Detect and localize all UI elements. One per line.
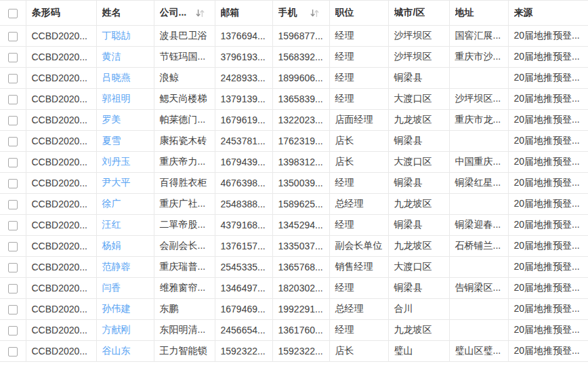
name-link[interactable]: 谷山东 bbox=[102, 345, 131, 356]
row-checkbox[interactable] bbox=[8, 74, 18, 83]
name-link[interactable]: 尹大平 bbox=[102, 177, 131, 188]
phone-cell: 1589625... bbox=[272, 194, 329, 215]
sort-arrows-icon[interactable] bbox=[195, 8, 205, 18]
city-cell: 九龙坡区 bbox=[388, 194, 449, 215]
address-cell: 国窖汇展... bbox=[449, 26, 508, 47]
column-header-phone[interactable]: 手机 bbox=[272, 1, 329, 26]
row-checkbox[interactable] bbox=[8, 326, 18, 336]
name-link[interactable]: 郭祖明 bbox=[102, 93, 131, 104]
email-cell: 4676398... bbox=[215, 173, 272, 194]
email-cell: 1376694... bbox=[215, 26, 272, 47]
contacts-table-page: 条形码姓名公司...邮箱手机职位城市/区地址来源 CCBD2020...丁聪劼波… bbox=[0, 0, 588, 366]
email-cell: 1679439... bbox=[215, 152, 272, 173]
column-header-source: 来源 bbox=[508, 1, 588, 26]
phone-cell: 1365839... bbox=[272, 89, 329, 110]
column-header-select[interactable] bbox=[0, 1, 26, 26]
row-checkbox[interactable] bbox=[8, 263, 18, 272]
barcode-cell: CCBD2020... bbox=[26, 173, 96, 194]
name-link[interactable]: 范静蓉 bbox=[102, 261, 131, 272]
source-cell: 20届地推预登... bbox=[508, 236, 588, 257]
row-select-cell bbox=[0, 278, 26, 299]
city-cell: 铜梁县 bbox=[388, 215, 449, 236]
name-link[interactable]: 夏雪 bbox=[102, 135, 121, 146]
row-checkbox[interactable] bbox=[8, 137, 18, 146]
address-cell bbox=[449, 299, 508, 320]
row-checkbox[interactable] bbox=[8, 347, 18, 357]
name-link[interactable]: 方献刚 bbox=[102, 324, 131, 335]
column-label-address: 地址 bbox=[455, 7, 474, 19]
address-cell: 铜梁迎春... bbox=[449, 215, 508, 236]
city-cell: 沙坪坝区 bbox=[388, 47, 449, 68]
phone-cell: 1398312... bbox=[272, 152, 329, 173]
address-cell: 沙坪坝区... bbox=[449, 89, 508, 110]
city-cell: 大渡口区 bbox=[388, 257, 449, 278]
column-label-name: 姓名 bbox=[102, 7, 121, 19]
row-checkbox[interactable] bbox=[8, 305, 18, 314]
position-cell: 店长 bbox=[329, 131, 388, 152]
row-checkbox[interactable] bbox=[8, 242, 18, 251]
row-checkbox[interactable] bbox=[8, 32, 18, 41]
name-link[interactable]: 汪红 bbox=[102, 219, 121, 230]
table-row: CCBD2020...杨娟会副会长...1376157...1335037...… bbox=[0, 236, 588, 257]
barcode-cell: CCBD2020... bbox=[26, 26, 96, 47]
row-checkbox[interactable] bbox=[8, 200, 18, 209]
name-link[interactable]: 徐广 bbox=[102, 198, 121, 209]
name-link[interactable]: 孙伟建 bbox=[102, 303, 131, 314]
name-link[interactable]: 杨娟 bbox=[102, 240, 121, 251]
row-select-cell bbox=[0, 320, 26, 341]
row-checkbox[interactable] bbox=[8, 53, 18, 62]
source-cell: 20届地推预登... bbox=[508, 26, 588, 47]
phone-cell: 1596877... bbox=[272, 26, 329, 47]
email-cell: 2545335... bbox=[215, 257, 272, 278]
source-cell: 20届地推预登... bbox=[508, 257, 588, 278]
phone-cell: 1361760... bbox=[272, 320, 329, 341]
name-cell: 谷山东 bbox=[96, 341, 154, 362]
row-checkbox[interactable] bbox=[8, 284, 18, 293]
name-cell: 尹大平 bbox=[96, 173, 154, 194]
row-checkbox[interactable] bbox=[8, 158, 18, 167]
name-link[interactable]: 闫香 bbox=[102, 282, 121, 293]
sort-arrows-icon[interactable] bbox=[310, 8, 320, 18]
company-cell: 帕莱德门... bbox=[154, 110, 215, 131]
position-cell: 店面经理 bbox=[329, 110, 388, 131]
company-cell: 重庆广社... bbox=[154, 194, 215, 215]
barcode-cell: CCBD2020... bbox=[26, 299, 96, 320]
name-cell: 范静蓉 bbox=[96, 257, 154, 278]
name-link[interactable]: 黄洁 bbox=[102, 51, 121, 62]
name-cell: 闫香 bbox=[96, 278, 154, 299]
position-cell: 经理 bbox=[329, 215, 388, 236]
name-link[interactable]: 丁聪劼 bbox=[102, 30, 131, 41]
email-cell: 4379168... bbox=[215, 215, 272, 236]
row-checkbox[interactable] bbox=[8, 179, 18, 188]
table-row: CCBD2020...罗美帕莱德门...1679619...1322023...… bbox=[0, 110, 588, 131]
address-cell bbox=[449, 68, 508, 89]
email-cell: 1346497... bbox=[215, 278, 272, 299]
name-link[interactable]: 吕晓燕 bbox=[102, 72, 131, 83]
row-checkbox[interactable] bbox=[8, 95, 18, 104]
barcode-cell: CCBD2020... bbox=[26, 257, 96, 278]
column-header-company[interactable]: 公司... bbox=[154, 1, 215, 26]
barcode-cell: CCBD2020... bbox=[26, 341, 96, 362]
address-cell: 石桥铺兰... bbox=[449, 236, 508, 257]
column-label-source: 来源 bbox=[514, 7, 533, 19]
name-cell: 郭祖明 bbox=[96, 89, 154, 110]
barcode-cell: CCBD2020... bbox=[26, 68, 96, 89]
name-cell: 丁聪劼 bbox=[96, 26, 154, 47]
table-row: CCBD2020...方献刚东阳明清...2456654...1361760..… bbox=[0, 320, 588, 341]
address-cell: 告铜梁区... bbox=[449, 278, 508, 299]
name-link[interactable]: 刘丹玉 bbox=[102, 156, 131, 167]
row-checkbox[interactable] bbox=[8, 116, 18, 125]
name-cell: 汪红 bbox=[96, 215, 154, 236]
barcode-cell: CCBD2020... bbox=[26, 47, 96, 68]
position-cell: 店长 bbox=[329, 152, 388, 173]
position-cell: 经理 bbox=[329, 173, 388, 194]
row-checkbox[interactable] bbox=[8, 221, 18, 230]
name-cell: 徐广 bbox=[96, 194, 154, 215]
select-all-checkbox[interactable] bbox=[8, 9, 18, 18]
table-row: CCBD2020...丁聪劼波县巴卫浴1376694...1596877...经… bbox=[0, 26, 588, 47]
name-link[interactable]: 罗美 bbox=[102, 114, 121, 125]
table-row: CCBD2020...汪红二單帝股...4379168...1345294...… bbox=[0, 215, 588, 236]
column-header-barcode: 条形码 bbox=[26, 1, 96, 26]
table-row: CCBD2020...闫香维雅窗帘...1346497...1820302...… bbox=[0, 278, 588, 299]
phone-cell: 1592322... bbox=[272, 341, 329, 362]
